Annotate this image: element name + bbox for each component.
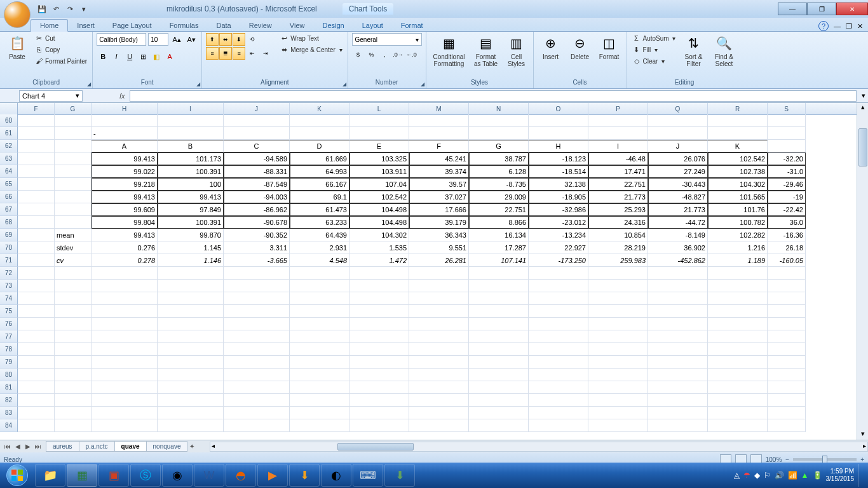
cell[interactable] xyxy=(648,356,708,369)
tab-layout[interactable]: Layout xyxy=(353,20,392,31)
find-select-button[interactable]: 🔍Find & Select xyxy=(710,33,738,69)
cell[interactable] xyxy=(92,114,158,127)
number-format-select[interactable]: General▾ xyxy=(352,33,422,46)
minimize-ribbon-icon[interactable]: — xyxy=(834,22,841,30)
cell[interactable] xyxy=(708,280,768,292)
cell[interactable] xyxy=(18,216,55,229)
cell[interactable] xyxy=(349,407,409,419)
cell[interactable]: A xyxy=(92,140,158,152)
cell[interactable] xyxy=(290,318,349,330)
cell[interactable]: 99.413 xyxy=(158,191,224,203)
cell[interactable]: 103.911 xyxy=(349,165,409,178)
cell[interactable] xyxy=(708,369,768,381)
cell[interactable] xyxy=(768,330,806,343)
cell[interactable] xyxy=(92,267,158,280)
tab-page-layout[interactable]: Page Layout xyxy=(104,20,161,31)
cell[interactable] xyxy=(55,305,92,318)
cell[interactable] xyxy=(290,381,349,394)
cell[interactable] xyxy=(648,318,708,330)
cell[interactable] xyxy=(648,280,708,292)
cell[interactable]: -18.514 xyxy=(529,165,588,178)
row-header-69[interactable]: 69 xyxy=(0,229,18,241)
task-download[interactable]: ⬇ xyxy=(289,464,320,487)
cell[interactable]: 28.219 xyxy=(588,241,648,254)
cell[interactable] xyxy=(18,140,55,152)
cell[interactable]: 36.0 xyxy=(768,216,806,229)
cell[interactable]: 107.141 xyxy=(469,254,529,267)
qat-dropdown-icon[interactable]: ▾ xyxy=(78,3,90,15)
cell[interactable] xyxy=(92,356,158,369)
cell[interactable] xyxy=(55,267,92,280)
prev-sheet-icon[interactable]: ◀ xyxy=(13,443,23,450)
cell[interactable] xyxy=(768,394,806,407)
cell[interactable]: 104.302 xyxy=(349,229,409,241)
cell[interactable]: -8.149 xyxy=(648,229,708,241)
cell[interactable] xyxy=(92,419,158,432)
cell[interactable] xyxy=(409,394,469,407)
cell[interactable] xyxy=(529,305,588,318)
cell[interactable] xyxy=(708,267,768,280)
cell[interactable]: 17.287 xyxy=(469,241,529,254)
cell[interactable] xyxy=(55,407,92,419)
cell[interactable] xyxy=(18,191,55,203)
cell[interactable]: -46.48 xyxy=(588,152,648,165)
font-size-select[interactable] xyxy=(148,33,168,46)
cell[interactable]: 29.009 xyxy=(469,191,529,203)
cell[interactable] xyxy=(469,419,529,432)
cell[interactable] xyxy=(224,318,290,330)
cell[interactable] xyxy=(409,127,469,140)
cell[interactable] xyxy=(588,114,648,127)
cell[interactable] xyxy=(768,343,806,356)
first-sheet-icon[interactable]: ⏮ xyxy=(3,443,13,450)
expand-formula-icon[interactable]: ▾ xyxy=(859,92,868,100)
col-header-H[interactable]: H xyxy=(92,103,158,114)
cell[interactable] xyxy=(55,280,92,292)
cell[interactable]: 16.134 xyxy=(469,229,529,241)
cell[interactable] xyxy=(648,114,708,127)
cell[interactable]: 32.138 xyxy=(529,178,588,191)
delete-cells-button[interactable]: ⊖Delete xyxy=(567,33,593,62)
cell[interactable] xyxy=(349,305,409,318)
cell[interactable] xyxy=(409,407,469,419)
cell[interactable]: 26.18 xyxy=(768,241,806,254)
task-app1[interactable]: ◐ xyxy=(321,464,351,487)
cell[interactable] xyxy=(224,394,290,407)
cell[interactable] xyxy=(529,330,588,343)
cell[interactable] xyxy=(158,280,224,292)
hscroll-thumb[interactable] xyxy=(337,443,414,451)
col-header-Q[interactable]: Q xyxy=(648,103,708,114)
cell[interactable] xyxy=(529,381,588,394)
last-sheet-icon[interactable]: ⏭ xyxy=(33,443,43,450)
scroll-up-icon[interactable]: ▴ xyxy=(857,103,868,113)
cell[interactable] xyxy=(55,152,92,165)
tab-home[interactable]: Home xyxy=(31,19,68,32)
cell[interactable]: -22.42 xyxy=(768,203,806,216)
cell[interactable]: -90.678 xyxy=(224,216,290,229)
cell[interactable] xyxy=(158,369,224,381)
cell[interactable] xyxy=(529,267,588,280)
cell[interactable] xyxy=(708,127,768,140)
row-header-75[interactable]: 75 xyxy=(0,305,18,318)
show-desktop-button[interactable] xyxy=(858,464,863,487)
bold-button[interactable]: B xyxy=(97,50,109,63)
tab-formulas[interactable]: Formulas xyxy=(161,20,208,31)
col-header-M[interactable]: M xyxy=(409,103,469,114)
cell[interactable]: -19 xyxy=(768,191,806,203)
insert-cells-button[interactable]: ⊕Insert xyxy=(538,33,564,62)
task-firefox[interactable]: ◓ xyxy=(226,464,256,487)
cell[interactable] xyxy=(409,381,469,394)
cell[interactable] xyxy=(469,369,529,381)
cell[interactable] xyxy=(55,356,92,369)
cell[interactable] xyxy=(349,280,409,292)
cell[interactable] xyxy=(92,292,158,305)
cell[interactable]: C xyxy=(224,140,290,152)
cell[interactable] xyxy=(409,267,469,280)
cell[interactable] xyxy=(469,407,529,419)
cell[interactable]: H xyxy=(529,140,588,152)
row-header-73[interactable]: 73 xyxy=(0,280,18,292)
cell[interactable]: - xyxy=(92,127,158,140)
cell[interactable] xyxy=(224,292,290,305)
cell[interactable] xyxy=(290,267,349,280)
cell[interactable]: 64.993 xyxy=(290,165,349,178)
col-header-P[interactable]: P xyxy=(588,103,648,114)
